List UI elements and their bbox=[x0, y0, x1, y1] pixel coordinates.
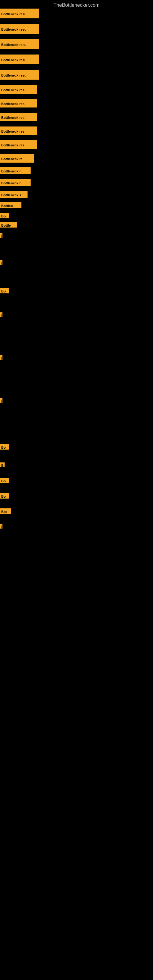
bar-item: Bottlen bbox=[0, 202, 21, 208]
bar-item: | bbox=[0, 524, 2, 528]
bar-item: Bo bbox=[0, 288, 9, 293]
bar-label: Bot bbox=[0, 508, 11, 514]
bar-item: Bo bbox=[0, 478, 9, 483]
bar-item: Bo bbox=[0, 493, 9, 499]
bar-item: Bottleneck s bbox=[0, 191, 27, 198]
bar-item: | bbox=[0, 233, 2, 238]
bar-item: Bottleneck res bbox=[0, 113, 37, 121]
bar-label: B bbox=[0, 463, 5, 467]
bar-item: Bottleneck resu bbox=[0, 39, 39, 49]
bar-label: Bottleneck res bbox=[0, 113, 37, 121]
bar-label: Bottle bbox=[0, 222, 17, 228]
bar-item: Bottle bbox=[0, 222, 17, 228]
bar-label: Bo bbox=[0, 444, 9, 450]
bar-label: Bottlen bbox=[0, 202, 21, 208]
bar-item: Bottleneck res bbox=[0, 99, 37, 108]
bar-label: | bbox=[0, 355, 2, 360]
bar-item: Bottleneck res bbox=[0, 126, 37, 135]
bar-item: Bo bbox=[0, 444, 9, 450]
bar-label: Bottleneck resu bbox=[0, 39, 39, 49]
bar-label: Bottleneck res bbox=[0, 126, 37, 135]
bar-label: Bo bbox=[0, 288, 9, 293]
bar-item: | bbox=[0, 260, 2, 265]
bar-item: | bbox=[0, 312, 2, 317]
bar-label: Bottleneck r bbox=[0, 179, 30, 186]
bar-item: | bbox=[0, 398, 2, 403]
bar-label: Bottleneck re bbox=[0, 154, 33, 162]
bar-item: Bottleneck resu bbox=[0, 9, 39, 18]
bar-label: | bbox=[0, 260, 2, 265]
bar-label: Bottleneck resu bbox=[0, 24, 39, 34]
bar-label: Bottleneck resu bbox=[0, 9, 39, 18]
bar-item: Bottleneck re bbox=[0, 154, 33, 162]
bar-label: Bottleneck resu bbox=[0, 54, 39, 64]
bar-item: Bottleneck r bbox=[0, 167, 30, 174]
bar-item: B bbox=[0, 463, 5, 467]
bar-item: Bot bbox=[0, 508, 11, 514]
bar-label: Bottleneck r bbox=[0, 167, 30, 174]
bar-label: Bo bbox=[0, 478, 9, 483]
bar-label: Bottleneck res bbox=[0, 140, 37, 149]
bar-label: Bo bbox=[0, 493, 9, 499]
bar-item: | bbox=[0, 355, 2, 360]
bar-label: Bottleneck s bbox=[0, 191, 27, 198]
bar-item: Bottleneck resu bbox=[0, 54, 39, 64]
bar-label: | bbox=[0, 312, 2, 317]
bar-item: Bottleneck resu bbox=[0, 24, 39, 34]
bar-label: | bbox=[0, 233, 2, 238]
bar-item: Bottleneck res bbox=[0, 140, 37, 149]
bar-label: Bottleneck res bbox=[0, 85, 37, 94]
bar-label: | bbox=[0, 524, 2, 528]
bar-label: Bo bbox=[0, 213, 9, 218]
bar-item: Bottleneck res bbox=[0, 85, 37, 94]
bar-label: Bottleneck res bbox=[0, 99, 37, 108]
bar-item: Bottleneck resu bbox=[0, 70, 39, 80]
bar-label: Bottleneck resu bbox=[0, 70, 39, 80]
bar-item: Bottleneck r bbox=[0, 179, 30, 186]
bar-label: | bbox=[0, 398, 2, 403]
bar-item: Bo bbox=[0, 213, 9, 218]
